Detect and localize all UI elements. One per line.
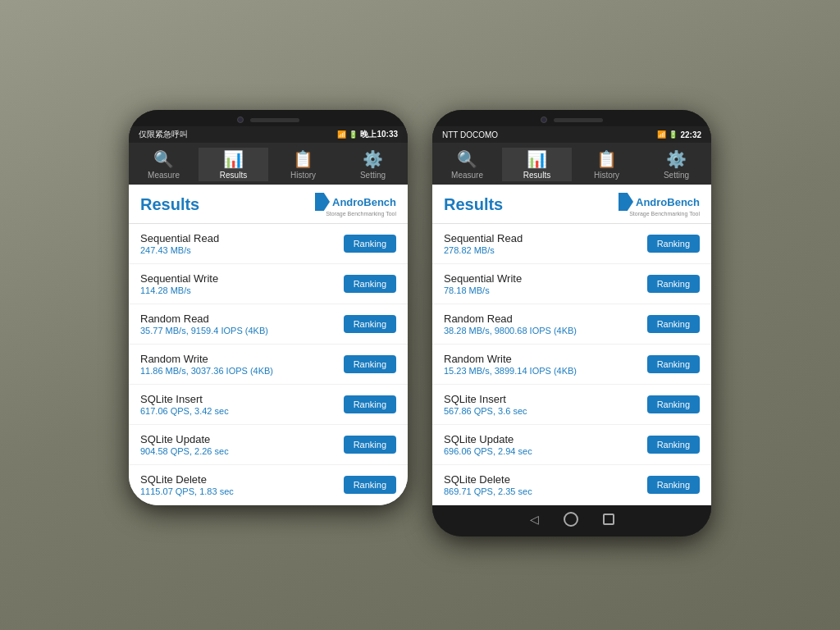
benchmark-info-sqlite-update-1: SQLite Update 904.58 QPS, 2.26 sec: [140, 433, 229, 456]
phone-2-measure-label: Measure: [451, 171, 483, 180]
phone-2-content: Results AndroBench Storage Benchmarking …: [432, 185, 711, 505]
phone-2-nav-results[interactable]: 📊 Results: [502, 148, 572, 181]
benchmark-value-seq-write-2: 78.18 MB/s: [444, 285, 522, 295]
phone-1-results-title: Results: [140, 195, 199, 214]
phone-2-battery-icon: 🔋: [669, 130, 678, 139]
phone-2-logo-sub: Storage Benchmarking Tool: [619, 211, 700, 217]
table-row: Random Read 35.77 MB/s, 9159.4 IOPS (4KB…: [129, 304, 408, 345]
phone-1-wifi-icon: 📶: [337, 130, 346, 139]
table-row: Sequential Write 78.18 MB/s Ranking: [432, 264, 711, 304]
phone-1-results-icon: 📊: [223, 149, 244, 169]
ranking-btn-seq-read-1[interactable]: Ranking: [344, 235, 396, 253]
phone-1-measure-label: Measure: [148, 171, 180, 180]
benchmark-value-seq-read-2: 278.82 MB/s: [444, 245, 523, 255]
benchmark-name-sqlite-delete-2: SQLite Delete: [444, 473, 532, 486]
phone-1-logo-text: AndroBench: [332, 196, 396, 208]
phone-1-nav-setting[interactable]: ⚙️ Setting: [338, 148, 408, 181]
benchmark-name-seq-write-2: Sequential Write: [444, 272, 522, 285]
phone-1-status-bar: 仅限紧急呼叫 📶 🔋 晚上10:33: [129, 126, 408, 143]
phone-1-history-label: History: [290, 171, 316, 180]
table-row: SQLite Insert 617.06 QPS, 3.42 sec Ranki…: [129, 385, 408, 425]
ranking-btn-seq-write-1[interactable]: Ranking: [344, 275, 396, 293]
benchmark-info-sqlite-insert-2: SQLite Insert 567.86 QPS, 3.6 sec: [444, 393, 527, 416]
benchmark-value-sqlite-insert-1: 617.06 QPS, 3.42 sec: [140, 406, 229, 416]
phone-1-logo-icon: [315, 193, 330, 211]
table-row: SQLite Delete 869.71 QPS, 2.35 sec Ranki…: [432, 465, 711, 505]
table-row: SQLite Delete 1115.07 QPS, 1.83 sec Rank…: [129, 465, 408, 505]
table-row: SQLite Insert 567.86 QPS, 3.6 sec Rankin…: [432, 385, 711, 425]
benchmark-info-sqlite-insert-1: SQLite Insert 617.06 QPS, 3.42 sec: [140, 393, 229, 416]
benchmark-name-seq-read-1: Sequential Read: [140, 232, 219, 244]
benchmark-name-seq-write-1: Sequential Write: [140, 272, 218, 285]
phone-1-nav-results[interactable]: 📊 Results: [199, 148, 268, 181]
phone-2-benchmark-list: Sequential Read 278.82 MB/s Ranking Sequ…: [432, 224, 711, 505]
ranking-btn-sqlite-delete-2[interactable]: Ranking: [647, 476, 700, 494]
phone-2-time: 22:32: [680, 130, 701, 139]
phone-2-top: [432, 110, 711, 126]
ranking-btn-seq-read-2[interactable]: Ranking: [647, 235, 700, 253]
table-row: Sequential Read 278.82 MB/s Ranking: [432, 224, 711, 264]
ranking-btn-rand-read-2[interactable]: Ranking: [647, 315, 700, 333]
benchmark-info-rand-write-2: Random Write 15.23 MB/s, 3899.14 IOPS (4…: [444, 353, 577, 376]
phone-2-camera: [541, 116, 547, 123]
phone-2-nav-history[interactable]: 📋 History: [572, 148, 641, 181]
phone-1-status-icons: 📶 🔋 晚上10:33: [337, 129, 398, 140]
ranking-btn-sqlite-update-1[interactable]: Ranking: [344, 436, 396, 454]
ranking-btn-rand-read-1[interactable]: Ranking: [344, 315, 396, 333]
benchmark-info-sqlite-delete-2: SQLite Delete 869.71 QPS, 2.35 sec: [444, 473, 532, 496]
table-row: Sequential Read 247.43 MB/s Ranking: [129, 224, 408, 264]
phone-1-time: 晚上10:33: [360, 129, 398, 140]
phone-1-logo: AndroBench Storage Benchmarking Tool: [315, 193, 396, 217]
phone-1-benchmark-list: Sequential Read 247.43 MB/s Ranking Sequ…: [129, 224, 408, 505]
benchmark-value-rand-write-1: 11.86 MB/s, 3037.36 IOPS (4KB): [140, 366, 273, 376]
phone-2-nav-measure[interactable]: 🔍 Measure: [432, 148, 502, 181]
phones-container: 仅限紧急呼叫 📶 🔋 晚上10:33 🔍 Measure 📊 Results 📋…: [129, 110, 711, 536]
phone-1-setting-label: Setting: [360, 171, 386, 180]
phone-2-history-icon: 📋: [596, 149, 617, 169]
phone-2-wifi-icon: 📶: [657, 130, 666, 139]
phone-1-battery-icon: 🔋: [349, 130, 358, 139]
benchmark-name-sqlite-insert-2: SQLite Insert: [444, 393, 527, 405]
phone-2-logo-bar: AndroBench: [619, 193, 700, 211]
back-button[interactable]: ◁: [530, 513, 539, 526]
phone-2-bottom: ◁: [432, 505, 711, 536]
benchmark-name-rand-write-2: Random Write: [444, 353, 577, 365]
home-button[interactable]: [564, 512, 578, 527]
ranking-btn-sqlite-insert-2[interactable]: Ranking: [647, 395, 700, 413]
ranking-btn-sqlite-delete-1[interactable]: Ranking: [344, 476, 396, 494]
table-row: Random Write 11.86 MB/s, 3037.36 IOPS (4…: [129, 345, 408, 385]
ranking-btn-seq-write-2[interactable]: Ranking: [647, 275, 700, 293]
recent-button[interactable]: [603, 514, 614, 525]
phone-1-speaker: [250, 118, 299, 122]
benchmark-name-rand-read-1: Random Read: [140, 313, 268, 325]
benchmark-value-sqlite-delete-2: 869.71 QPS, 2.35 sec: [444, 486, 532, 496]
benchmark-value-seq-write-1: 114.28 MB/s: [140, 285, 218, 295]
phone-1-content: Results AndroBench Storage Benchmarking …: [129, 185, 408, 505]
phone-1-measure-icon: 🔍: [153, 149, 174, 169]
phone-1-nav-history[interactable]: 📋 History: [268, 148, 338, 181]
benchmark-name-rand-write-1: Random Write: [140, 353, 273, 365]
ranking-btn-rand-write-1[interactable]: Ranking: [344, 355, 396, 373]
phone-2-results-header: Results AndroBench Storage Benchmarking …: [432, 185, 711, 224]
phone-1-nav-bar: 🔍 Measure 📊 Results 📋 History ⚙️ Setting: [129, 143, 408, 185]
phone-2-results-icon: 📊: [527, 149, 547, 169]
benchmark-name-rand-read-2: Random Read: [444, 313, 577, 325]
benchmark-name-sqlite-update-2: SQLite Update: [444, 433, 532, 445]
phone-2-nav-setting[interactable]: ⚙️ Setting: [641, 148, 711, 181]
benchmark-value-rand-read-1: 35.77 MB/s, 9159.4 IOPS (4KB): [140, 326, 268, 336]
table-row: SQLite Update 904.58 QPS, 2.26 sec Ranki…: [129, 425, 408, 465]
ranking-btn-sqlite-update-2[interactable]: Ranking: [647, 436, 700, 454]
phone-2-results-label: Results: [523, 171, 550, 180]
phone-2-results-title: Results: [444, 195, 503, 214]
benchmark-value-sqlite-delete-1: 1115.07 QPS, 1.83 sec: [140, 486, 234, 496]
phone-1-logo-bar: AndroBench: [315, 193, 396, 211]
phone-2-logo-text: AndroBench: [636, 196, 700, 208]
phone-1-camera: [237, 116, 244, 123]
ranking-btn-sqlite-insert-1[interactable]: Ranking: [344, 395, 396, 413]
table-row: Sequential Write 114.28 MB/s Ranking: [129, 264, 408, 304]
benchmark-info-seq-write-1: Sequential Write 114.28 MB/s: [140, 272, 218, 295]
phone-2-status-bar: NTT DOCOMO 📶 🔋 22:32: [432, 126, 711, 143]
phone-1-nav-measure[interactable]: 🔍 Measure: [129, 148, 199, 181]
ranking-btn-rand-write-2[interactable]: Ranking: [647, 355, 700, 373]
benchmark-name-sqlite-delete-1: SQLite Delete: [140, 473, 234, 486]
